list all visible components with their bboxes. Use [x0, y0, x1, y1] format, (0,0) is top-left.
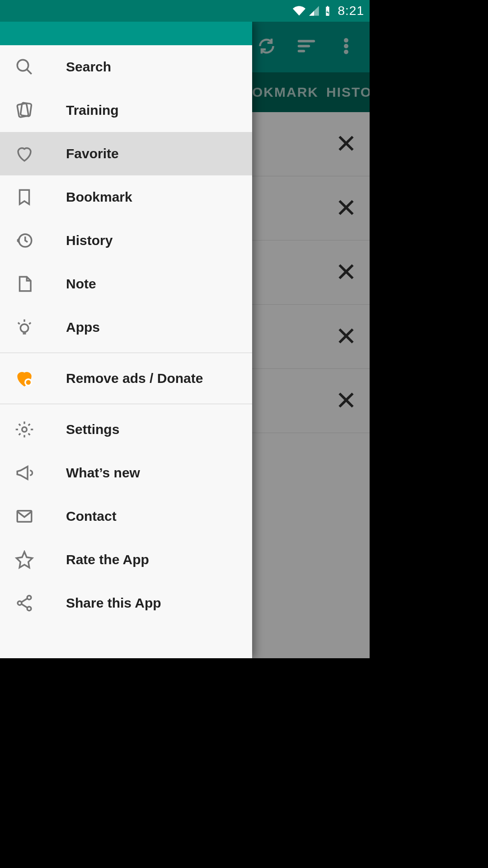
- drawer-item-share[interactable]: Share this App: [0, 581, 252, 625]
- share-icon: [14, 593, 34, 613]
- megaphone-icon: [14, 463, 34, 483]
- drawer-item-apps[interactable]: Apps: [0, 306, 252, 349]
- drawer-item-contact[interactable]: Contact: [0, 495, 252, 538]
- drawer-divider: [0, 353, 252, 353]
- drawer-divider: [0, 404, 252, 404]
- svg-point-16: [17, 60, 28, 71]
- history-icon: [14, 231, 34, 250]
- gear-icon: [14, 420, 34, 439]
- svg-line-24: [29, 323, 31, 325]
- svg-point-27: [22, 427, 27, 432]
- nav-drawer: Search Training Favorite Bookmark: [0, 22, 252, 658]
- drawer-item-favorite[interactable]: Favorite: [0, 132, 252, 175]
- search-icon: [14, 57, 34, 77]
- drawer-header: [0, 22, 252, 45]
- drawer-item-label: Bookmark: [66, 189, 132, 205]
- drawer-item-label: History: [66, 233, 113, 248]
- drawer-item-label: Contact: [66, 509, 117, 524]
- drawer-item-label: Remove ads / Donate: [66, 371, 203, 386]
- svg-line-17: [27, 69, 32, 74]
- bookmark-icon: [14, 187, 34, 207]
- drawer-item-donate[interactable]: Remove ads / Donate: [0, 357, 252, 400]
- drawer-item-note[interactable]: Note: [0, 262, 252, 306]
- svg-line-23: [18, 323, 20, 325]
- drawer-item-label: Search: [66, 59, 111, 75]
- cards-icon: [14, 100, 34, 120]
- donate-heart-icon: [14, 368, 34, 388]
- lightbulb-icon: [14, 317, 34, 337]
- drawer-item-label: Apps: [66, 320, 100, 335]
- drawer-item-whatsnew[interactable]: What’s new: [0, 451, 252, 495]
- svg-point-21: [20, 324, 28, 332]
- drawer-item-label: Settings: [66, 422, 119, 437]
- note-icon: [14, 274, 34, 294]
- svg-point-26: [25, 379, 32, 386]
- drawer-item-label: Training: [66, 103, 119, 118]
- drawer-item-label: Rate the App: [66, 552, 149, 567]
- svg-line-33: [21, 604, 28, 608]
- drawer-item-bookmark[interactable]: Bookmark: [0, 175, 252, 219]
- drawer-item-search[interactable]: Search: [0, 45, 252, 89]
- status-time: 8:21: [338, 4, 365, 18]
- star-icon: [14, 550, 34, 570]
- wifi-icon: [293, 5, 305, 17]
- drawer-item-label: Favorite: [66, 146, 119, 161]
- drawer-item-settings[interactable]: Settings: [0, 408, 252, 451]
- drawer-item-label: What’s new: [66, 465, 140, 481]
- drawer-item-history[interactable]: History: [0, 219, 252, 262]
- drawer-item-rate[interactable]: Rate the App: [0, 538, 252, 581]
- cell-signal-icon: [308, 5, 320, 17]
- status-bar: 8:21: [0, 0, 370, 22]
- battery-charging-icon: [323, 5, 333, 17]
- drawer-item-training[interactable]: Training: [0, 89, 252, 132]
- drawer-item-label: Share this App: [66, 595, 161, 611]
- svg-line-32: [21, 599, 28, 603]
- mail-icon: [14, 506, 34, 526]
- drawer-item-label: Note: [66, 276, 96, 292]
- heart-icon: [14, 144, 34, 164]
